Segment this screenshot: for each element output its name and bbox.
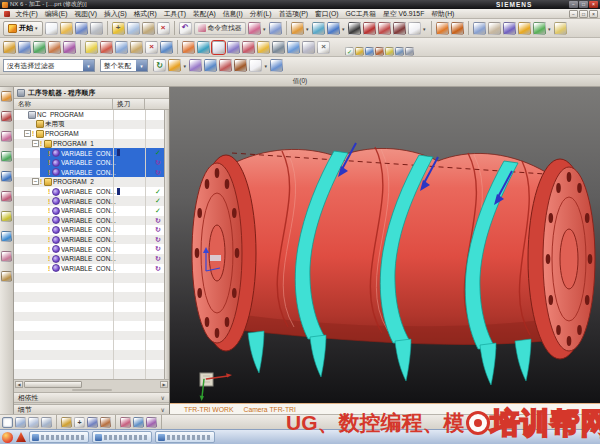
select-scope-icon[interactable] — [15, 417, 26, 428]
simulate-machine-icon[interactable] — [375, 47, 384, 56]
shop-doc-icon[interactable] — [302, 41, 315, 54]
taskbar-app-icon[interactable] — [2, 432, 13, 443]
mill-active-icon[interactable] — [212, 41, 225, 54]
regenerate-icon[interactable] — [355, 47, 364, 56]
menu-item[interactable]: 装配(A) — [190, 9, 220, 19]
zoom-tool-icon[interactable] — [133, 417, 144, 428]
expander-icon[interactable] — [40, 198, 47, 205]
start-button[interactable]: 开始 ▾ — [3, 21, 43, 36]
refresh-icon[interactable]: ↻ — [153, 59, 166, 72]
expander-icon[interactable]: − — [24, 130, 31, 137]
chevron-collapse-icon[interactable]: ∨ — [161, 394, 165, 401]
create-tool-icon[interactable] — [18, 41, 31, 54]
constraint-navigator-icon[interactable] — [1, 111, 12, 122]
print-icon[interactable] — [90, 22, 103, 35]
snap-midpoint-icon[interactable] — [204, 59, 217, 72]
display-red-sphere-icon[interactable] — [363, 22, 376, 35]
maximize-button[interactable]: □ — [579, 1, 588, 8]
menu-item[interactable]: 星空 V6.915F — [380, 9, 428, 19]
menu-item[interactable]: 视图(V) — [71, 9, 101, 19]
selection-filter-dropdown[interactable]: 没有选择过滤器 ▾ — [3, 59, 95, 72]
select-lasso-icon[interactable] — [41, 417, 52, 428]
visualize-icon[interactable]: ▾ — [533, 22, 546, 35]
expander-icon[interactable] — [40, 150, 47, 157]
scroll-left-icon[interactable]: ◀ — [15, 381, 23, 388]
create-geometry-icon[interactable] — [33, 41, 46, 54]
menu-item[interactable]: 信息(I) — [219, 9, 246, 19]
scroll-right-icon[interactable]: ▶ — [160, 381, 168, 388]
orbit-tool-icon[interactable] — [146, 417, 157, 428]
snap-plus-icon[interactable]: + — [74, 417, 85, 428]
snap-intersection-icon[interactable] — [219, 59, 232, 72]
new-file-icon[interactable] — [45, 22, 58, 35]
expander-icon[interactable] — [40, 226, 47, 233]
paste-icon[interactable] — [142, 22, 155, 35]
create-method-icon[interactable] — [48, 41, 61, 54]
expander-icon[interactable] — [40, 217, 47, 224]
view-checker-icon[interactable]: ▾ — [291, 22, 304, 35]
curve-tool-icon[interactable] — [312, 22, 325, 35]
fly-through-icon[interactable] — [436, 22, 449, 35]
session-users-icon[interactable] — [120, 417, 131, 428]
menu-item[interactable]: 格式(R) — [130, 9, 160, 19]
display-dotted-sphere-icon[interactable] — [378, 22, 391, 35]
turn-icon[interactable] — [242, 41, 255, 54]
sparkle-icon[interactable] — [518, 22, 531, 35]
expander-icon[interactable] — [40, 207, 47, 214]
shaded-cube-icon[interactable]: ▾ — [327, 22, 340, 35]
expander-icon[interactable] — [40, 246, 47, 253]
machine-sim-icon[interactable] — [272, 41, 285, 54]
snapshot-icon[interactable] — [473, 22, 486, 35]
open-icon[interactable] — [60, 22, 73, 35]
menu-item[interactable]: 帮助(H) — [428, 9, 458, 19]
tree-vertical-scrollbar[interactable] — [164, 110, 169, 379]
part-navigator-icon[interactable] — [1, 131, 12, 142]
create-operation-icon[interactable] — [63, 41, 76, 54]
fly-edit-icon[interactable] — [451, 22, 464, 35]
docked-dialog-strip[interactable]: 值(0) — [0, 75, 600, 87]
copy-object-icon[interactable] — [115, 41, 128, 54]
panel-splitter[interactable] — [14, 388, 169, 392]
snap-sphere-icon[interactable] — [61, 417, 72, 428]
graphics-viewport[interactable] — [170, 87, 600, 403]
window-sub-icon[interactable] — [405, 47, 414, 56]
tree-horizontal-scrollbar[interactable]: ◀ ▶ — [14, 379, 169, 388]
column-name[interactable]: 名称 — [14, 99, 113, 109]
expander-icon[interactable] — [40, 236, 47, 243]
chevron-down-icon[interactable]: ▾ — [83, 60, 94, 71]
expander-icon[interactable] — [40, 265, 47, 272]
column-toolchange[interactable]: 换刀 — [113, 99, 145, 109]
expander-icon[interactable] — [24, 121, 31, 128]
doc-minimize-button[interactable]: − — [569, 10, 578, 18]
workpiece-icon[interactable] — [197, 41, 210, 54]
delete-object-icon[interactable]: × — [145, 41, 158, 54]
minimize-button[interactable]: − — [569, 1, 578, 8]
assembly-navigator-icon[interactable] — [1, 91, 12, 102]
chevron-collapse-icon[interactable]: ∨ — [161, 406, 165, 413]
roles-icon[interactable] — [1, 251, 12, 262]
expander-icon[interactable] — [40, 188, 47, 195]
feedrate-icon[interactable] — [182, 41, 195, 54]
process-studio-icon[interactable] — [1, 231, 12, 242]
snap-endpoint-icon[interactable] — [189, 59, 202, 72]
taskbar-app-icon[interactable] — [16, 432, 26, 442]
rect-style-icon[interactable]: ▾ — [249, 59, 262, 72]
taskbar-window-button[interactable] — [92, 431, 152, 443]
command-finder-icon[interactable]: 命令查找器 — [194, 22, 246, 35]
taskbar-window-button[interactable] — [155, 431, 215, 443]
menu-item[interactable]: 编辑(E) — [41, 9, 71, 19]
expander-icon[interactable] — [16, 111, 23, 118]
window-style-icon[interactable]: ▾ — [408, 22, 421, 35]
create-program-icon[interactable] — [3, 41, 16, 54]
snap-center-icon[interactable] — [234, 59, 247, 72]
close-button[interactable]: × — [589, 1, 598, 8]
camera-view-icon[interactable] — [395, 47, 404, 56]
ruler-icon[interactable] — [554, 22, 567, 35]
post-process-icon[interactable] — [287, 41, 300, 54]
browser-icon[interactable] — [1, 191, 12, 202]
scrollbar-thumb[interactable] — [24, 381, 82, 388]
probe-icon[interactable] — [257, 41, 270, 54]
toolpath-verify-icon[interactable] — [365, 47, 374, 56]
menu-item[interactable]: 插入(S) — [101, 9, 131, 19]
hd3d-tools-icon[interactable] — [1, 171, 12, 182]
